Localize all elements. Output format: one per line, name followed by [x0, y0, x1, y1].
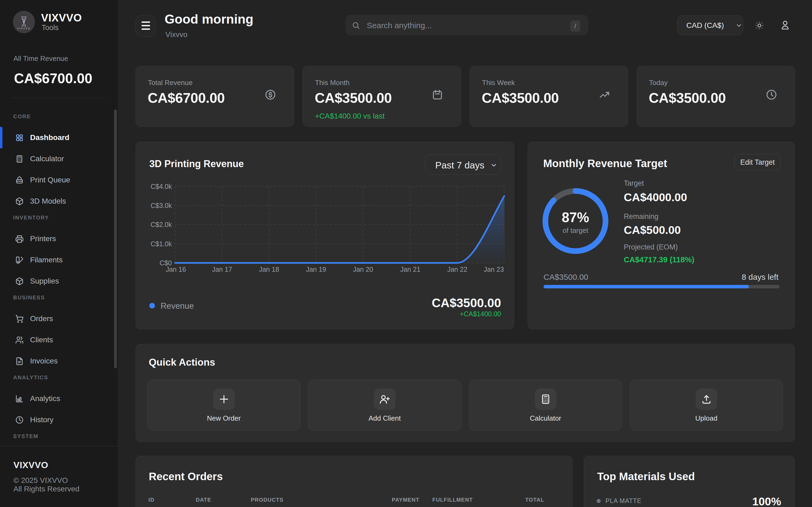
svg-text:Jan 23: Jan 23	[484, 266, 504, 273]
svg-text:Jan 19: Jan 19	[306, 266, 326, 273]
svg-text:C$4.0k: C$4.0k	[151, 183, 172, 190]
svg-text:C$1.0k: C$1.0k	[151, 240, 172, 247]
svg-text:Jan 20: Jan 20	[353, 266, 373, 273]
svg-text:Jan 21: Jan 21	[400, 266, 420, 273]
svg-text:VIXVVO: VIXVVO	[17, 27, 31, 30]
svg-text:Jan 17: Jan 17	[212, 266, 232, 273]
svg-text:Jan 16: Jan 16	[166, 266, 186, 273]
svg-text:C$2.0k: C$2.0k	[151, 221, 172, 228]
svg-text:Jan 22: Jan 22	[447, 266, 467, 273]
svg-text:Jan 18: Jan 18	[259, 266, 279, 273]
svg-text:C$3.0k: C$3.0k	[151, 202, 172, 209]
